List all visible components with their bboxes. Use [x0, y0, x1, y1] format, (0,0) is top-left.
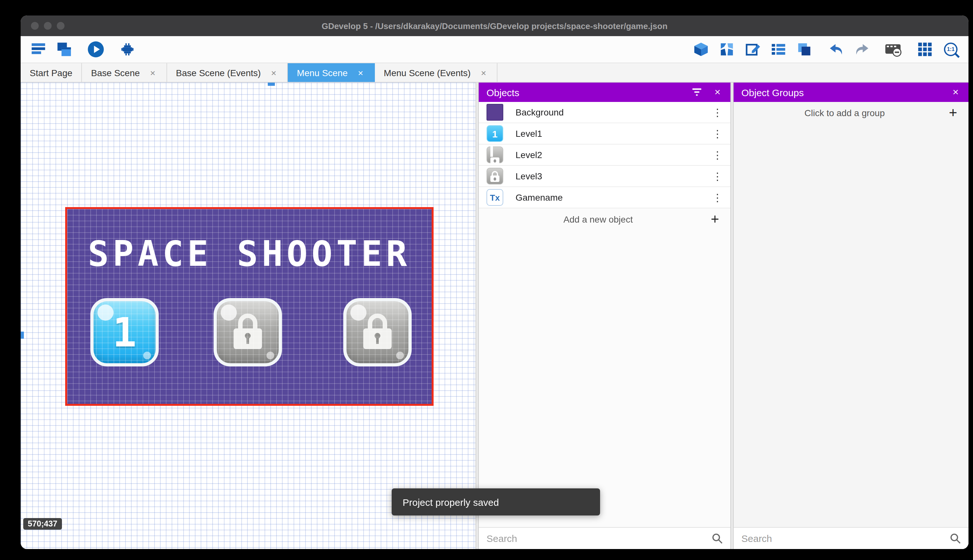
objects-search-input[interactable] [486, 533, 706, 544]
save-toast: Project properly saved [392, 488, 600, 515]
tab-label: Base Scene [91, 67, 140, 78]
tab-base-scene[interactable]: Base Scene [82, 63, 167, 82]
background-instance-selected[interactable]: SPACE SHOOTER 1 [65, 207, 433, 406]
grid-toggle-icon[interactable] [916, 41, 934, 58]
add-group-plus-icon[interactable] [946, 107, 960, 119]
properties-pencil-icon[interactable] [744, 41, 761, 58]
text-object-icon: Tx [486, 189, 503, 206]
object-groups-panel: Object Groups Click to add a group [734, 83, 968, 549]
zoom-ratio-icon[interactable]: 1:1 [942, 41, 960, 58]
object-menu-icon[interactable] [712, 149, 723, 161]
level3-button-instance[interactable] [343, 298, 412, 367]
tab-label: Menu Scene (Events) [384, 67, 471, 78]
objects-panel: Objects Background 1 Level1 [479, 83, 730, 549]
canvas-left-marker [21, 332, 24, 339]
tab-label: Start Page [30, 67, 72, 78]
main-toolbar: 1:1 [21, 36, 968, 63]
redo-button[interactable] [853, 41, 870, 58]
groups-panel-header: Object Groups [734, 83, 968, 102]
level2-button-instance[interactable] [213, 298, 282, 367]
close-panel-icon[interactable] [712, 87, 723, 98]
objects-panel-empty-area [479, 230, 730, 527]
tab-menu-scene-events[interactable]: Menu Scene (Events) [375, 63, 498, 82]
scene-canvas[interactable]: SPACE SHOOTER 1 570;43 [21, 83, 475, 549]
lock-thumbnail-icon [486, 147, 503, 163]
level1-button-instance[interactable]: 1 [90, 298, 159, 367]
window-title: GDevelop 5 - /Users/dkarakay/Documents/G… [21, 21, 968, 31]
lock-thumbnail-icon [486, 168, 503, 185]
editor-content: SPACE SHOOTER 1 570;43 [21, 83, 968, 549]
objects-search-bar [479, 527, 730, 549]
tab-close-icon[interactable] [356, 68, 365, 77]
project-manager-icon[interactable] [30, 41, 47, 58]
cursor-coordinates: 570;437 [23, 518, 62, 530]
object-row-background[interactable]: Background [479, 102, 730, 123]
object-menu-icon[interactable] [712, 127, 723, 140]
close-window-button[interactable] [31, 22, 39, 30]
tab-start-page[interactable]: Start Page [21, 63, 82, 82]
search-icon [712, 533, 723, 544]
object-menu-icon[interactable] [712, 191, 723, 203]
tab-label: Base Scene (Events) [176, 67, 261, 78]
search-icon [950, 533, 961, 544]
minimize-window-button[interactable] [44, 22, 52, 30]
desktop: GDevelop 5 - /Users/dkarakay/Documents/G… [0, 0, 973, 560]
window-controls [31, 22, 65, 30]
objects-groups-splitter[interactable] [730, 83, 734, 549]
debug-bug-icon[interactable] [119, 41, 136, 58]
background-color-swatch-icon [486, 104, 503, 121]
tab-close-icon[interactable] [148, 68, 157, 77]
level1-thumbnail-icon: 1 [486, 125, 503, 142]
objects-editor-icon[interactable] [692, 41, 710, 58]
filter-icon[interactable] [692, 88, 702, 97]
editor-tabbar: Start Page Base Scene Base Scene (Events… [21, 63, 968, 83]
render-mask-icon[interactable] [885, 41, 902, 58]
object-menu-icon[interactable] [712, 106, 723, 118]
tab-menu-scene[interactable]: Menu Scene [288, 63, 375, 82]
object-row-gamename[interactable]: Tx Gamename [479, 187, 730, 208]
canvas-objects-splitter[interactable] [475, 83, 479, 549]
level1-number-label: 1 [113, 309, 137, 356]
tab-label: Menu Scene [297, 67, 347, 78]
tab-close-icon[interactable] [479, 68, 488, 77]
objects-panel-header: Objects [479, 83, 730, 102]
object-menu-icon[interactable] [712, 170, 723, 182]
titlebar: GDevelop 5 - /Users/dkarakay/Documents/G… [21, 15, 968, 36]
groups-panel-title: Object Groups [741, 87, 940, 98]
zoom-ratio-label: 1:1 [944, 43, 958, 56]
undo-button[interactable] [827, 41, 845, 58]
preview-play-button[interactable] [87, 41, 105, 58]
object-row-level1[interactable]: 1 Level1 [479, 123, 730, 145]
groups-panel-empty-area [734, 124, 968, 527]
objects-panel-title: Objects [486, 87, 681, 98]
events-list-icon[interactable] [770, 41, 787, 58]
object-row-level2[interactable]: Level2 [479, 145, 730, 166]
layers-icon[interactable] [796, 41, 813, 58]
gamename-text-instance[interactable]: SPACE SHOOTER [67, 233, 432, 274]
scene-windows-icon[interactable] [55, 41, 73, 58]
canvas-top-marker [268, 83, 275, 86]
add-object-plus-icon[interactable] [708, 213, 721, 226]
instances-list-icon[interactable] [718, 41, 736, 58]
tab-base-scene-events[interactable]: Base Scene (Events) [167, 63, 288, 82]
groups-search-input[interactable] [741, 533, 945, 544]
add-group-row[interactable]: Click to add a group [734, 102, 968, 124]
padlock-icon [233, 313, 263, 351]
object-row-level3[interactable]: Level3 [479, 166, 730, 187]
padlock-icon [363, 313, 392, 351]
close-panel-icon[interactable] [950, 87, 961, 98]
tab-close-icon[interactable] [269, 68, 278, 77]
add-object-row[interactable]: Add a new object [479, 208, 730, 230]
groups-search-bar [734, 527, 968, 549]
gdevelop-window: GDevelop 5 - /Users/dkarakay/Documents/G… [21, 15, 968, 549]
maximize-window-button[interactable] [57, 22, 65, 30]
